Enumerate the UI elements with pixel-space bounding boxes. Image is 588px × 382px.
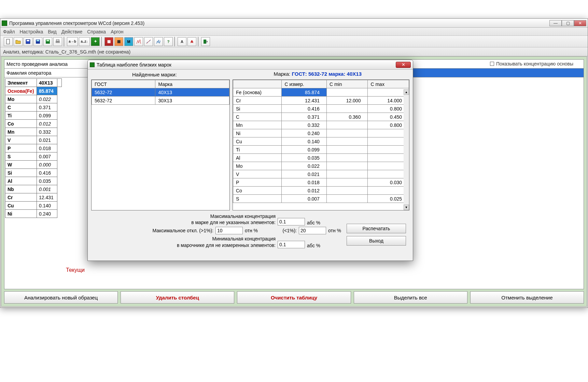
minimize-button[interactable]: — xyxy=(549,20,562,26)
table-row[interactable]: Si0.416 xyxy=(5,169,62,177)
sort-ab-icon[interactable]: a→b xyxy=(67,37,78,46)
menu-action[interactable]: Действие xyxy=(61,29,83,34)
titlebar: Программа управления спектрометром WCcd … xyxy=(0,19,588,28)
clear-table-button[interactable]: Очистить таблицу xyxy=(237,291,351,304)
table-row[interactable]: Ni0.240 xyxy=(5,210,62,218)
print-icon[interactable] xyxy=(53,37,62,46)
maximize-button[interactable]: ▢ xyxy=(562,20,574,26)
svg-rect-4 xyxy=(37,40,39,41)
col-el xyxy=(233,80,282,88)
grid-red-icon[interactable]: ▦ xyxy=(104,37,113,46)
table-row[interactable]: Al0.035 xyxy=(233,154,409,162)
col-grade: 40Х13 xyxy=(37,79,57,87)
select-all-button[interactable]: Выделить все xyxy=(354,291,467,304)
table-row[interactable]: 5632-7240Х13 xyxy=(92,88,229,97)
table-row[interactable]: Mn0.3320.800 xyxy=(233,121,409,129)
a-icon[interactable]: A xyxy=(178,37,186,46)
help-icon[interactable]: ? xyxy=(164,37,173,46)
min-conc-label: Минимальная концентрация в марочнике для… xyxy=(91,236,276,248)
peak2-icon[interactable] xyxy=(144,37,153,46)
menubar: Файл Настройка Вид Действие Справка Арго… xyxy=(0,28,588,36)
status-text: Анализ, методика: Сталь_Cr_376_SG.mth (н… xyxy=(3,49,130,55)
table-row[interactable]: Co0.012 xyxy=(233,187,409,195)
peak3-icon[interactable] xyxy=(154,37,163,46)
exit-icon[interactable] xyxy=(201,37,210,46)
gost-table: ГОСТ Марка 5632-7240Х135632-7230Х13 xyxy=(91,79,230,210)
table-row[interactable]: C0.371 xyxy=(5,103,62,112)
exit-button[interactable]: Выход xyxy=(347,236,406,246)
table-row[interactable]: Ti0.099 xyxy=(233,146,409,154)
table-row[interactable]: Nb0.001 xyxy=(5,185,62,193)
table-row[interactable]: Mo0.022 xyxy=(5,95,62,103)
max-dev-label: Максимальное откл. (>1%): xyxy=(111,227,213,234)
table-row[interactable]: Cr12.43112.00014.000 xyxy=(233,97,409,105)
col-element: Элемент xyxy=(5,79,37,87)
dialog-close-button[interactable]: ✕ xyxy=(396,62,411,68)
min-conc-input[interactable] xyxy=(278,241,305,248)
analyze-button[interactable]: Анализировать новый образец xyxy=(4,291,118,304)
save-icon[interactable] xyxy=(24,37,32,46)
menu-argon[interactable]: Аргон xyxy=(111,29,123,34)
table-row[interactable]: Si0.4160.800 xyxy=(233,105,409,113)
table-row[interactable]: S0.007 xyxy=(5,152,62,161)
scroll-down-icon[interactable]: ▼ xyxy=(404,205,409,210)
table-row[interactable]: V0.021 xyxy=(233,170,409,178)
max-dev-gt1-input[interactable] xyxy=(215,227,243,234)
col-gost: ГОСТ xyxy=(92,80,155,88)
table-row[interactable]: C0.3710.3600.450 xyxy=(233,113,409,121)
table-row[interactable]: Mn0.332 xyxy=(5,128,62,136)
bottom-buttons: Анализировать новый образец Удалить стол… xyxy=(4,291,584,304)
min-conc-unit: абс % xyxy=(307,243,326,248)
deselect-button[interactable]: Отменить выделение xyxy=(470,291,584,304)
table-row[interactable]: P0.018 xyxy=(5,144,62,152)
table-row[interactable]: Ti0.099 xyxy=(5,112,62,120)
table-row[interactable]: Ni0.240 xyxy=(233,129,409,137)
table-row[interactable]: Fe (основа)85.874 xyxy=(233,88,409,97)
svg-rect-8 xyxy=(56,40,59,41)
close-button[interactable]: ✕ xyxy=(574,20,586,26)
print-button[interactable]: Распечатать xyxy=(347,224,406,233)
compare-table: C измер. C min C max Fe (основа)85.874Cr… xyxy=(233,79,409,210)
menu-view[interactable]: Вид xyxy=(48,29,56,34)
spark-icon[interactable]: ✦ xyxy=(91,37,100,46)
table-row[interactable]: V0.021 xyxy=(5,136,62,144)
svg-rect-7 xyxy=(56,41,60,43)
new-icon[interactable] xyxy=(4,37,13,46)
table-row[interactable]: Cu0.140 xyxy=(5,202,62,210)
table-row[interactable]: 5632-7230Х13 xyxy=(92,97,229,105)
scroll-up-icon[interactable]: ▲ xyxy=(404,89,409,95)
m-icon[interactable]: M xyxy=(124,37,133,46)
table-row[interactable]: Mo0.022 xyxy=(233,162,409,170)
menu-help[interactable]: Справка xyxy=(87,29,106,34)
save-blue-icon[interactable] xyxy=(33,37,42,46)
save-green-icon[interactable] xyxy=(43,37,52,46)
open-icon[interactable] xyxy=(14,37,23,46)
menu-file[interactable]: Файл xyxy=(3,29,15,34)
grid-orange-icon[interactable]: ▦ xyxy=(114,37,123,46)
svg-rect-2 xyxy=(27,40,29,41)
table-row[interactable]: S0.0070.025 xyxy=(233,195,409,203)
dialog-titlebar: Таблица наиболее близких марок ✕ xyxy=(88,60,413,70)
svg-rect-0 xyxy=(6,39,10,44)
table-scrollbar[interactable]: ▲ ▼ xyxy=(404,89,409,210)
grades-dialog: Таблица наиболее близких марок ✕ Найденн… xyxy=(87,60,413,261)
table-row[interactable]: Cr12.431 xyxy=(5,193,62,202)
max-conc-unit: абс % xyxy=(307,220,326,225)
delete-col-button[interactable]: Удалить столбец xyxy=(121,291,234,304)
menu-settings[interactable]: Настройка xyxy=(19,29,43,34)
table-row[interactable]: W0.000 xyxy=(5,161,62,169)
peak1-icon[interactable] xyxy=(134,37,143,46)
table-row[interactable]: Al0.035 xyxy=(5,177,62,185)
max-dev-lt1-input[interactable] xyxy=(299,227,326,234)
table-row[interactable]: Cu0.140 xyxy=(233,137,409,146)
table-row[interactable]: Основа(Fe)85.874 xyxy=(5,87,62,95)
svg-rect-6 xyxy=(46,40,49,41)
toolbar: a→b a..z↓ ✦ ▦ ▦ M ? A A xyxy=(0,36,588,47)
a-strike-icon[interactable]: A xyxy=(187,37,196,46)
show-basis-check[interactable]: Показывать концентрацию основы xyxy=(490,61,573,67)
table-row[interactable]: P0.0180.030 xyxy=(233,178,409,187)
table-row[interactable]: Co0.012 xyxy=(5,120,62,128)
sort-az-icon[interactable]: a..z↓ xyxy=(79,37,90,46)
max-conc-input[interactable] xyxy=(278,218,305,225)
element-table: Элемент 40Х13 Основа(Fe)85.874Mo0.022C0.… xyxy=(5,78,62,218)
